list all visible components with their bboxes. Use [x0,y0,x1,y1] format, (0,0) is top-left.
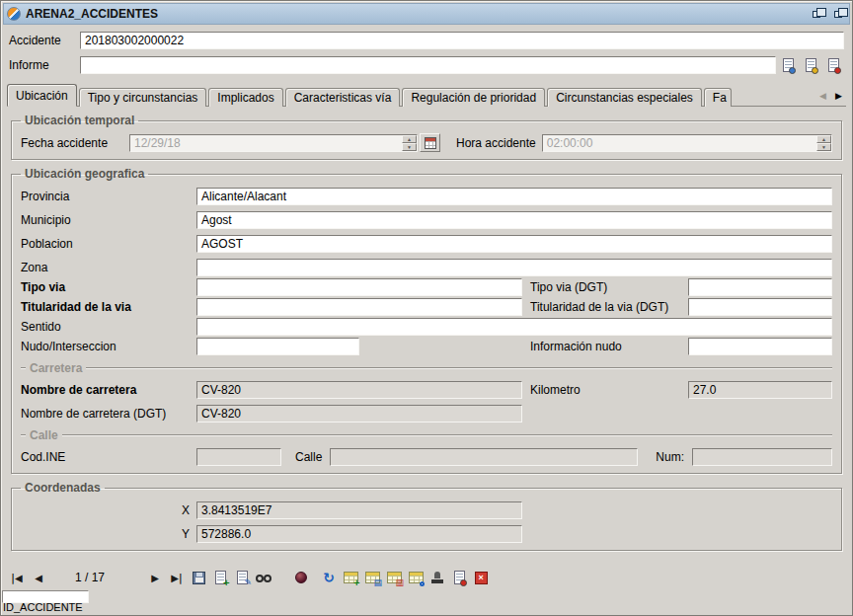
nombre-carretera-dgt-field: CV-820 [196,405,522,423]
tab-tipo-y-circunstancias[interactable]: Tipo y circunstancias [79,88,207,107]
copy-badge-icon: ▤ [374,578,383,586]
provincia-value: Alicante/Alacant [201,190,286,203]
tab-caracteristicas-via[interactable]: Caracteristicas vía [285,88,401,107]
nombre-carretera-label: Nombre de carretera [21,383,196,397]
calendar-icon [425,137,436,149]
tab-label: Caracteristicas vía [294,91,392,105]
plus-badge-icon: + [222,578,230,586]
fecha-label: Fecha accidente [21,136,129,150]
nudo-field[interactable] [196,338,359,355]
titularidad-dgt-field[interactable] [688,298,832,316]
maximize-window-button[interactable] [829,7,846,22]
calendar-button[interactable] [420,133,440,152]
tab-scroll-left-button[interactable]: ◀ [815,88,830,104]
coord-y-row: Y 572886.0 [21,524,832,543]
edit-record-button[interactable]: ✎ [231,568,253,587]
red-dot-icon [460,579,467,586]
hora-field[interactable]: 02:00:00 ▲ ▼ [542,134,832,152]
fecha-spinner: ▲ ▼ [402,135,417,151]
binoculars-icon [256,573,271,583]
save-icon [193,572,205,584]
calle-field [330,448,638,466]
close-form-button[interactable]: × [470,568,492,587]
poblacion-field[interactable]: AGOST [196,235,832,253]
next-record-icon: ▶ [151,573,159,583]
calle-separator-label: Calle [30,428,58,442]
paste-badge-icon: ▥ [396,578,405,586]
spin-up-icon[interactable]: ▲ [816,135,831,143]
save-record-button[interactable] [188,568,209,587]
first-record-icon: |◀ [11,573,22,583]
sentido-field[interactable] [196,318,832,336]
fecha-field[interactable]: 12/29/18 ▲ ▼ [129,134,418,152]
cancel-edit-button[interactable] [290,568,312,587]
stamp-button[interactable] [426,568,448,587]
tipo-via-field[interactable] [196,278,522,296]
section-ubicacion-temporal: Ubicación temporal Fecha accidente 12/29… [11,114,842,160]
status-bar: ID_ACCIDENTE [1,589,852,615]
first-record-button[interactable]: |◀ [6,568,28,587]
tab-implicados[interactable]: Implicados [208,88,282,107]
tab-truncated[interactable]: Fa [704,88,732,107]
ball-icon [295,572,307,583]
zona-label: Zona [21,261,196,274]
table-copy-button[interactable]: ▤ [361,568,383,587]
table-search-button[interactable] [405,568,426,587]
spin-up-icon[interactable]: ▲ [402,135,417,143]
search-record-button[interactable] [253,568,274,587]
spin-down-icon[interactable]: ▼ [402,143,417,151]
tipo-via-row: Tipo via Tipo via (DGT) [21,277,832,296]
cod-ine-field [196,448,281,466]
kilometro-value: 27.0 [693,383,716,397]
table-add-button[interactable]: + [340,568,361,587]
nudo-row: Nudo/Interseccion Información nudo [21,337,832,355]
sentido-label: Sentido [21,320,196,334]
refresh-button[interactable]: ↻ [318,568,340,587]
section-title: Coordenadas [21,481,105,495]
table-paste-button[interactable]: ▥ [383,568,405,587]
tab-ubicacion[interactable]: Ubicación [7,84,77,107]
last-record-icon: ▶| [171,573,182,583]
yellow-dot-icon [812,67,818,74]
section-title: Ubicación geografica [21,167,148,181]
title-bar[interactable]: ARENA2_ACCIDENTES [3,3,850,25]
new-record-button[interactable]: + [209,568,231,587]
accidente-field[interactable]: 201803002000022 [80,32,844,49]
spin-down-icon[interactable]: ▼ [816,143,831,151]
tipo-via-dgt-field[interactable] [688,278,832,296]
edit-badge-icon: ✎ [244,578,252,586]
calle-label: Calle [281,450,330,464]
blue-dot-icon [789,67,796,74]
titularidad-field[interactable] [196,298,522,316]
refresh-icon: ↻ [323,570,335,585]
carretera-separator: Carretera [21,360,832,375]
tab-scroll-right-button[interactable]: ▶ [831,88,846,104]
tab-circunstancias-especiales[interactable]: Circunstancias especiales [547,88,702,107]
next-record-button[interactable]: ▶ [144,568,166,587]
municipio-field[interactable]: Agost [196,211,832,229]
provincia-field[interactable]: Alicante/Alacant [196,188,832,205]
tab-label: Tipo y circunstancias [88,91,198,105]
previous-record-button[interactable]: ◀ [28,568,49,587]
zona-field[interactable] [196,259,832,276]
informe-delete-button[interactable] [823,55,844,74]
informe-view-button[interactable] [778,55,799,74]
accidente-value: 201803002000022 [85,34,184,47]
informe-field[interactable] [80,56,776,74]
informe-edit-button[interactable] [801,55,821,74]
coord-x-label: X [21,503,196,517]
float-window-button[interactable] [808,7,824,22]
last-record-button[interactable]: ▶| [166,568,188,587]
info-nudo-field[interactable] [688,338,832,355]
close-icon: × [475,572,488,584]
informe-label: Informe [9,58,80,72]
fecha-value: 12/29/18 [134,136,181,150]
calle-row: Cod.INE Calle Num: [21,447,832,466]
fecha-hora-row: Fecha accidente 12/29/18 ▲ ▼ Hora accide… [21,133,832,152]
export-document-button[interactable] [448,568,470,587]
tab-label: Ubicación [16,89,68,103]
tab-bar: Ubicación Tipo y circunstancias Implicad… [7,84,846,107]
calle-separator: Calle [21,427,832,442]
tab-regulacion-de-prioridad[interactable]: Regulación de prioridad [402,88,545,107]
tipo-via-dgt-label: Tipo via (DGT) [522,280,688,294]
